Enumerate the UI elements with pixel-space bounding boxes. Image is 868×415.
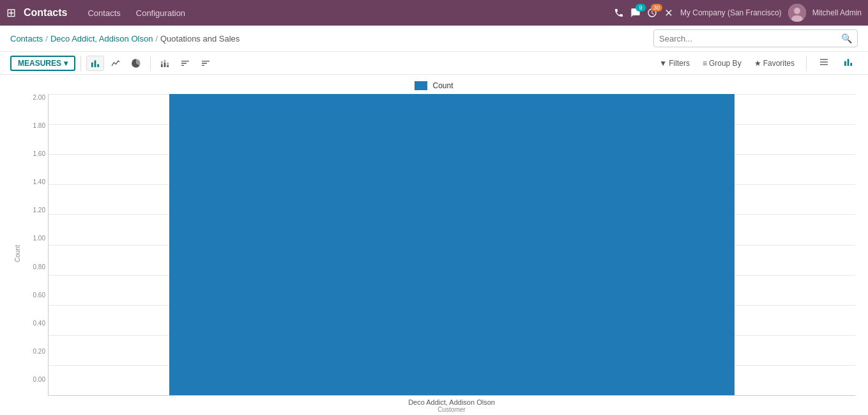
measures-button[interactable]: MEASURES ▾ [10, 56, 75, 71]
username[interactable]: Mitchell Admin [812, 8, 862, 17]
chart-legend: Count [13, 81, 855, 90]
x-axis: Deco Addict, Addison Olson Customer [22, 396, 855, 413]
stacked-btn[interactable] [156, 56, 174, 71]
pie-chart-btn[interactable] [127, 56, 145, 71]
breadcrumb-person[interactable]: Deco Addict, Addison Olson [50, 34, 153, 43]
svg-rect-9 [164, 59, 166, 61]
svg-rect-16 [848, 59, 849, 66]
list-view-btn[interactable] [814, 54, 834, 72]
clock-icon-btn[interactable]: 30 [647, 8, 657, 18]
y-axis-label: Count [13, 94, 22, 413]
app-title[interactable]: Contacts [24, 7, 67, 19]
nav-icons: 9 30 My Company (San Francisco) Mitchell… [614, 4, 862, 22]
toolbar-separator-2 [150, 56, 151, 71]
svg-rect-15 [844, 61, 846, 66]
chart-container: Count Count 2.00 1.80 1.60 1.40 1.20 1.0… [0, 75, 868, 413]
sort-asc-btn[interactable] [176, 56, 194, 71]
messages-badge: 9 [636, 4, 646, 12]
svg-rect-12 [820, 59, 828, 59]
svg-rect-14 [820, 64, 828, 65]
phone-icon-btn[interactable] [614, 8, 624, 18]
group-by-button[interactable]: ≡ Group By [699, 57, 745, 70]
bar-chart-btn[interactable] [86, 56, 104, 71]
y-axis: 2.00 1.80 1.60 1.40 1.20 1.00 0.80 0.60 … [22, 94, 48, 396]
line-chart-btn[interactable] [107, 56, 125, 71]
breadcrumb-bar: Contacts / Deco Addict, Addison Olson / … [0, 26, 868, 52]
svg-rect-13 [820, 61, 828, 62]
close-icon-btn[interactable] [664, 8, 674, 18]
favorites-button[interactable]: ★ Favorites [750, 57, 798, 70]
svg-rect-7 [161, 61, 163, 63]
graph-view-btn[interactable] [839, 54, 858, 72]
clock-badge: 30 [651, 4, 662, 12]
plot-area [48, 94, 855, 396]
search-icon[interactable]: 🔍 [836, 33, 857, 43]
bar [169, 94, 734, 395]
nav-contacts[interactable]: Contacts [82, 6, 125, 20]
toolbar-right: ▼ Filters ≡ Group By ★ Favorites [655, 54, 858, 72]
top-navigation: ⊞ Contacts Contacts Configuration 9 30 M… [0, 0, 868, 26]
messages-icon-btn[interactable]: 9 [630, 8, 641, 18]
sort-desc-btn[interactable] [197, 56, 215, 71]
toolbar: MEASURES ▾ ▼ Filters ≡ Group By ★ Favori… [0, 52, 868, 75]
nav-configuration[interactable]: Configuration [131, 6, 190, 20]
breadcrumb-contacts[interactable]: Contacts [10, 34, 43, 43]
toolbar-separator [80, 56, 81, 71]
company-name[interactable]: My Company (San Francisco) [680, 8, 782, 17]
svg-rect-10 [167, 65, 169, 67]
breadcrumb-current: Quotations and Sales [160, 34, 240, 43]
svg-rect-8 [164, 62, 166, 67]
avatar[interactable] [788, 4, 806, 22]
svg-rect-17 [850, 63, 852, 66]
filters-button[interactable]: ▼ Filters [655, 57, 694, 70]
svg-rect-4 [95, 60, 96, 67]
svg-rect-3 [91, 62, 93, 67]
x-tick-sublabel: Customer [438, 406, 465, 413]
search-input[interactable] [654, 34, 836, 43]
legend-label: Count [432, 81, 453, 90]
search-container: 🔍 [653, 29, 858, 47]
breadcrumb: Contacts / Deco Addict, Addison Olson / … [10, 34, 240, 43]
x-tick-label: Deco Addict, Addison Olson [408, 398, 495, 406]
svg-point-1 [794, 8, 800, 14]
svg-rect-6 [161, 64, 163, 67]
chart-wrapper: Count 2.00 1.80 1.60 1.40 1.20 1.00 0.80… [13, 94, 855, 413]
legend-swatch [415, 81, 427, 90]
grid-icon[interactable]: ⊞ [6, 6, 16, 20]
bar-group[interactable] [169, 94, 734, 395]
svg-rect-11 [167, 62, 169, 64]
svg-rect-5 [97, 64, 99, 67]
